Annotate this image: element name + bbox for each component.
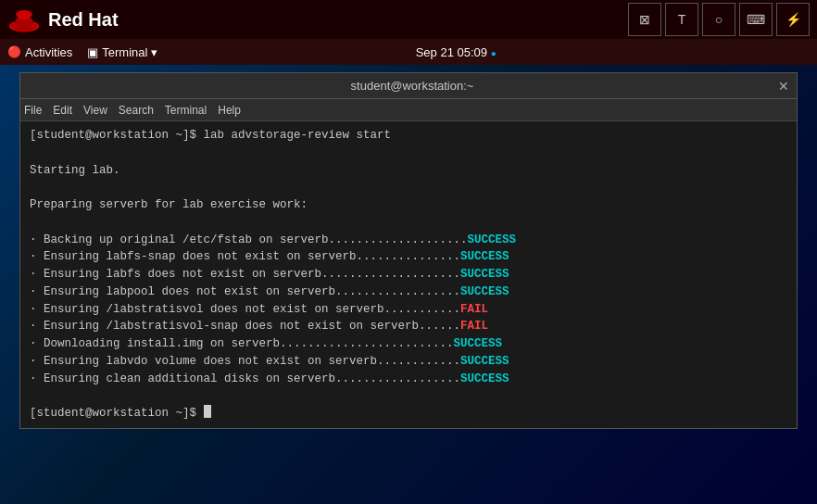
status-badge: SUCCESS (460, 284, 509, 301)
status-line: · Ensuring labvdo volume does not exist … (30, 353, 787, 371)
task-bar-left: 🔴 Activities ▣ Terminal ▾ (7, 45, 157, 59)
icon-btn-3[interactable]: ○ (702, 3, 735, 36)
datetime-display: Sep 21 05:09 ● (416, 45, 496, 59)
terminal-icon: ▣ (87, 45, 98, 59)
empty-line-4 (30, 387, 787, 405)
svg-point-1 (16, 10, 32, 19)
chevron-down-icon: ▾ (151, 45, 157, 59)
command-text: [student@workstation ~]$ lab advstorage-… (30, 127, 391, 145)
terminal-titlebar: student@workstation:~ ✕ (20, 73, 797, 99)
status-line: · Backing up original /etc/fstab on serv… (30, 232, 787, 249)
status-text: · Backing up original /etc/fstab on serv… (30, 232, 468, 249)
status-text: · Ensuring labfs-snap does not exist on … (30, 248, 460, 266)
terminal-body[interactable]: [student@workstation ~]$ lab advstorage-… (20, 121, 797, 428)
datetime-text: Sep 21 05:09 (416, 45, 487, 59)
status-badge: SUCCESS (460, 371, 509, 388)
status-badge: FAIL (460, 301, 488, 319)
icon-btn-4[interactable]: ⌨ (739, 3, 773, 36)
activities-button[interactable]: 🔴 Activities (7, 45, 72, 59)
terminal-window: student@workstation:~ ✕ File Edit View S… (19, 72, 798, 429)
status-line: · Ensuring /labstratisvol does not exist… (30, 301, 787, 319)
terminal-title: student@workstation:~ (46, 79, 778, 93)
terminal-label: Terminal (102, 45, 147, 59)
terminal-close-button[interactable]: ✕ (778, 79, 789, 94)
redhat-logo: Red Hat (7, 3, 119, 36)
status-badge: SUCCESS (468, 232, 517, 249)
empty-line-2 (30, 179, 787, 196)
empty-line-3 (30, 214, 787, 232)
status-lines: · Backing up original /etc/fstab on serv… (30, 232, 787, 388)
status-badge: SUCCESS (460, 266, 509, 284)
preparing-line: Preparing serverb for lab exercise work: (30, 196, 787, 214)
starting-line: Starting lab. (30, 162, 787, 180)
status-text: · Ensuring labpool does not exist on ser… (30, 284, 460, 301)
empty-line-1 (30, 145, 787, 162)
menu-help[interactable]: Help (218, 104, 241, 117)
task-bar: 🔴 Activities ▣ Terminal ▾ Sep 21 05:09 ● (0, 39, 817, 65)
top-bar: Red Hat ⊠ T ○ ⌨ ⚡ (0, 0, 817, 39)
top-bar-right: ⊠ T ○ ⌨ ⚡ (628, 3, 810, 36)
terminal-taskbar-button[interactable]: ▣ Terminal ▾ (87, 45, 157, 59)
terminal-menubar: File Edit View Search Terminal Help (20, 99, 797, 121)
status-line: · Ensuring clean additional disks on ser… (30, 371, 787, 388)
brand-title: Red Hat (48, 9, 119, 31)
menu-edit[interactable]: Edit (53, 104, 72, 117)
status-line: · Ensuring labfs does not exist on serve… (30, 266, 787, 284)
menu-view[interactable]: View (83, 104, 107, 117)
top-bar-left: Red Hat (7, 3, 119, 36)
notification-indicator: ● (491, 48, 496, 58)
status-badge: SUCCESS (460, 353, 509, 371)
menu-file[interactable]: File (24, 104, 42, 117)
status-text: · Downloading install.img on serverb....… (30, 335, 454, 353)
desktop: student@workstation:~ ✕ File Edit View S… (0, 65, 817, 504)
status-line: · Ensuring labpool does not exist on ser… (30, 284, 787, 301)
status-text: · Ensuring labvdo volume does not exist … (30, 353, 460, 371)
status-line: · Downloading install.img on serverb....… (30, 335, 787, 353)
icon-btn-5[interactable]: ⚡ (776, 3, 810, 36)
status-badge: SUCCESS (454, 335, 503, 353)
final-prompt-line: [student@workstation ~]$ (30, 405, 787, 422)
status-text: · Ensuring /labstratisvol does not exist… (30, 301, 460, 319)
redhat-small-icon: 🔴 (7, 45, 21, 58)
status-badge: SUCCESS (460, 248, 509, 266)
icon-btn-2[interactable]: T (665, 3, 698, 36)
status-text: · Ensuring clean additional disks on ser… (30, 371, 460, 388)
activities-label: Activities (25, 45, 72, 59)
menu-terminal[interactable]: Terminal (165, 104, 207, 117)
redhat-hat-icon (7, 3, 41, 36)
command-line: [student@workstation ~]$ lab advstorage-… (30, 127, 787, 145)
status-line: · Ensuring /labstratisvol-snap does not … (30, 318, 787, 335)
status-line: · Ensuring labfs-snap does not exist on … (30, 248, 787, 266)
icon-btn-1[interactable]: ⊠ (628, 3, 661, 36)
menu-search[interactable]: Search (119, 104, 154, 117)
final-prompt: [student@workstation ~]$ (30, 405, 204, 422)
status-badge: FAIL (460, 318, 488, 335)
status-text: · Ensuring labfs does not exist on serve… (30, 266, 460, 284)
cursor-block (204, 405, 211, 418)
status-text: · Ensuring /labstratisvol-snap does not … (30, 318, 460, 335)
